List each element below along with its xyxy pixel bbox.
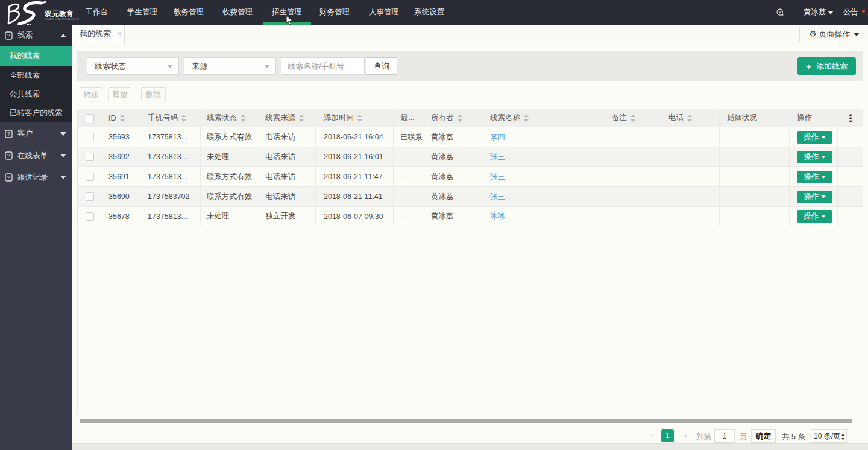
svg-text:?: ? xyxy=(7,153,10,159)
svg-text:双元教育: 双元教育 xyxy=(44,10,74,17)
svg-text:?: ? xyxy=(7,33,10,39)
svg-text:?: ? xyxy=(7,131,10,137)
svg-text:?: ? xyxy=(7,174,10,180)
svg-text:SHUANG YUAN EDUCATION GROUP: SHUANG YUAN EDUCATION GROUP xyxy=(45,18,79,21)
